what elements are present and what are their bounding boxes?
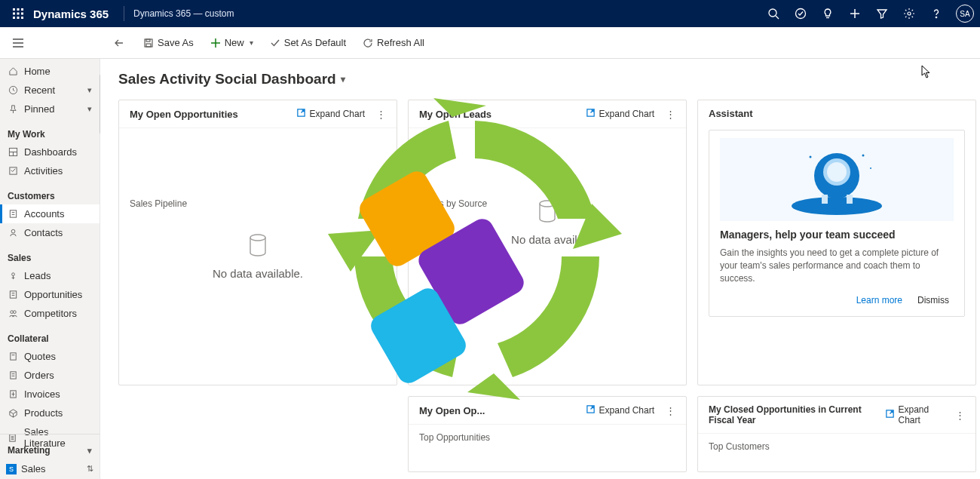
card-title: My Closed Opportunities in Current Fisca…: [709, 404, 885, 425]
card-open-leads: My Open Leads Expand Chart ⋮ Leads by So…: [408, 100, 687, 385]
bulb-icon[interactable]: [816, 2, 840, 26]
card-title: Assistant: [709, 108, 753, 119]
sidebar-item-pinned[interactable]: Pinned▾: [0, 100, 100, 118]
leads-icon: [8, 271, 18, 281]
clock-icon: [8, 85, 18, 96]
gear-icon[interactable]: [897, 2, 921, 26]
refresh-icon: [363, 38, 373, 48]
app-launcher-icon[interactable]: [6, 2, 30, 26]
task-icon[interactable]: [789, 2, 813, 26]
sidebar-item-recent[interactable]: Recent▾: [0, 81, 100, 100]
card-open-opportunities: My Open Opportunities Expand Chart ⋮ Sal…: [118, 100, 397, 385]
save-as-label: Save As: [158, 37, 194, 48]
set-default-label: Set As Default: [284, 37, 346, 48]
card-subtitle: Leads by Source: [419, 198, 487, 209]
app-icon: S: [6, 464, 17, 474]
expand-icon: [586, 404, 596, 416]
expand-chart-button[interactable]: Expand Chart: [296, 108, 365, 120]
card-title: My Open Op...: [419, 405, 485, 416]
back-icon[interactable]: [112, 38, 127, 48]
user-avatar[interactable]: SA: [956, 5, 974, 23]
set-default-button[interactable]: Set As Default: [267, 34, 349, 51]
sidebar-item-invoices[interactable]: Invoices: [0, 385, 100, 404]
expand-chart-button[interactable]: Expand Chart: [885, 404, 945, 425]
sidebar-section-collateral: Collateral: [0, 323, 100, 347]
svg-rect-38: [10, 353, 15, 360]
sidebar-item-opportunities[interactable]: Opportunities: [0, 285, 100, 304]
competitors-icon: [8, 309, 18, 319]
svg-rect-8: [21, 17, 23, 19]
more-icon[interactable]: ⋮: [955, 410, 965, 421]
sidebar-section-marketing[interactable]: Marketing▾: [0, 434, 100, 459]
contact-icon: [8, 228, 18, 238]
svg-rect-7: [17, 17, 20, 19]
save-as-button[interactable]: Save As: [140, 34, 197, 51]
svg-rect-2: [21, 8, 23, 11]
help-icon[interactable]: [924, 2, 948, 26]
sidebar-item-home[interactable]: Home: [0, 62, 100, 81]
chevron-down-icon: ▾: [250, 38, 253, 47]
svg-point-33: [11, 229, 15, 233]
svg-rect-5: [21, 13, 23, 15]
expand-chart-button[interactable]: Expand Chart: [586, 404, 654, 416]
opportunities-icon: [8, 290, 18, 300]
card-subtitle: Top Customers: [709, 441, 965, 452]
svg-rect-22: [146, 44, 151, 47]
svg-rect-0: [13, 8, 15, 11]
sidebar-item-activities[interactable]: Activities: [0, 161, 100, 180]
chevron-down-icon: ▾: [341, 74, 345, 84]
invoices-icon: [8, 389, 18, 400]
database-icon: [213, 233, 303, 259]
search-icon[interactable]: [761, 2, 786, 26]
database-icon: [511, 199, 583, 226]
svg-point-34: [11, 273, 14, 276]
svg-rect-35: [10, 291, 16, 298]
sidebar-item-quotes[interactable]: Quotes: [0, 347, 100, 366]
global-header: Dynamics 365 Dynamics 365 — custom SA: [0, 0, 980, 27]
dashboard-icon: [8, 147, 18, 158]
sidebar-item-contacts[interactable]: Contacts: [0, 223, 100, 242]
sidebar-item-accounts[interactable]: Accounts: [0, 204, 100, 223]
refresh-label: Refresh All: [377, 37, 424, 48]
sidebar-item-dashboards[interactable]: Dashboards: [0, 143, 100, 161]
plus-icon[interactable]: [843, 2, 867, 26]
activities-icon: [8, 166, 18, 177]
brand-label[interactable]: Dynamics 365: [33, 8, 109, 20]
products-icon: [8, 408, 18, 419]
svg-point-15: [908, 12, 911, 15]
svg-rect-57: [847, 195, 853, 204]
chevron-icon: ▾: [87, 446, 92, 456]
orders-icon: [8, 370, 18, 381]
app-picker[interactable]: S Sales ⇅: [0, 459, 100, 479]
no-data: No data availa: [511, 199, 583, 246]
plus-icon: [210, 38, 221, 48]
svg-rect-21: [146, 39, 150, 41]
no-data: No data available.: [213, 233, 303, 280]
refresh-button[interactable]: Refresh All: [360, 34, 427, 51]
dismiss-button[interactable]: Dismiss: [917, 295, 949, 306]
card-subtitle: Sales Pipeline: [130, 198, 187, 209]
expand-chart-button[interactable]: Expand Chart: [586, 108, 654, 120]
sidebar-toggle-icon[interactable]: [11, 38, 26, 48]
save-icon: [143, 38, 154, 48]
app-subtitle[interactable]: Dynamics 365 — custom: [133, 8, 234, 19]
more-icon[interactable]: ⋮: [665, 405, 675, 416]
sidebar-item-competitors[interactable]: Competitors: [0, 304, 100, 323]
svg-rect-3: [13, 13, 15, 15]
svg-point-51: [540, 201, 555, 207]
more-icon[interactable]: ⋮: [665, 109, 675, 120]
filter-icon[interactable]: [870, 2, 894, 26]
card-assistant: Assistant: [697, 100, 976, 385]
header-icons: SA: [761, 2, 974, 26]
more-icon[interactable]: ⋮: [375, 109, 386, 120]
new-label: New: [225, 37, 244, 48]
learn-more-link[interactable]: Learn more: [856, 295, 902, 306]
svg-line-10: [776, 16, 779, 19]
sidebar-item-products[interactable]: Products: [0, 404, 100, 422]
sidebar-item-leads[interactable]: Leads: [0, 266, 100, 285]
dashboard-title[interactable]: Sales Activity Social Dashboard ▾: [118, 71, 962, 88]
sidebar-item-orders[interactable]: Orders: [0, 366, 100, 385]
svg-point-55: [827, 162, 847, 182]
new-button[interactable]: New ▾: [207, 34, 256, 51]
quotes-icon: [8, 352, 18, 362]
